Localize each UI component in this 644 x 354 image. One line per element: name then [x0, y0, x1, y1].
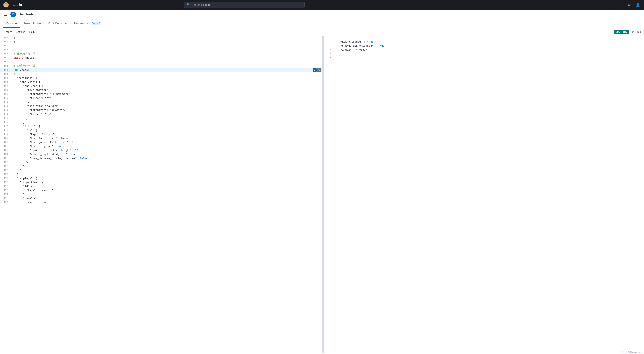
settings-button[interactable]: Settings: [15, 29, 26, 34]
line-gutter[interactable]: ▾: [10, 76, 13, 80]
search-placeholder: Search Elastic: [192, 3, 210, 6]
line-number: 168: [0, 88, 10, 92]
line-gutter: [10, 132, 13, 133]
line-content: "type": "text",: [13, 201, 322, 205]
line-gutter[interactable]: ▾: [10, 180, 13, 184]
editor-line: 188 }: [0, 169, 322, 173]
editor-line: 164▾{: [0, 72, 322, 76]
line-number: 186: [0, 161, 10, 164]
elastic-logo[interactable]: elastic: [3, 2, 22, 8]
line-gutter: [10, 100, 13, 101]
line-gutter[interactable]: ▾: [10, 84, 13, 88]
line-content: {: [13, 72, 322, 76]
response-line: 5}: [324, 52, 644, 56]
line-number: 176: [0, 120, 10, 124]
response-line: 2 "acknowledged" : true,: [324, 40, 644, 44]
line-content: "properties": {: [13, 180, 322, 185]
line-number: 181: [0, 141, 10, 144]
response-line-content: {: [336, 36, 644, 40]
svg-point-4: [6, 3, 8, 6]
line-number: 158: [0, 48, 10, 52]
line-content: PUT /hotel: [13, 68, 312, 72]
line-content: }: [13, 40, 322, 44]
line-number: 193: [0, 189, 10, 192]
editor-line: 166▾ "analysis": {: [0, 80, 322, 84]
nav-icons: ⚙ 👤: [627, 2, 641, 8]
response-line-content: "acknowledged" : true,: [336, 40, 644, 44]
line-gutter: [10, 44, 13, 44]
line-gutter: [10, 145, 13, 145]
line-number: 185: [0, 157, 10, 160]
line-number: 178: [0, 128, 10, 132]
line-gutter: [10, 120, 13, 121]
line-gutter: [10, 56, 13, 56]
line-content: "type": "pinyin",: [13, 132, 322, 136]
wrench-button[interactable]: 🔧: [317, 68, 321, 72]
line-gutter: [10, 92, 13, 93]
response-panel: 1{2 "acknowledged" : true,3 "shards_ackn…: [324, 36, 644, 353]
editor-line: 161: [0, 60, 322, 64]
editor-line: 176 },: [0, 120, 322, 124]
line-content: },: [13, 120, 322, 124]
editor-line: 159# 删除已有索引库: [0, 52, 322, 56]
settings-icon[interactable]: ⚙: [627, 2, 632, 8]
tab-grok-debugger[interactable]: Grok Debugger: [45, 19, 71, 28]
line-number: 159: [0, 52, 10, 56]
response-line-content: "shards_acknowledged" : true,: [336, 44, 644, 48]
line-number: 173: [0, 108, 10, 112]
editor-line: 190▾ "mappings": {: [0, 177, 322, 180]
line-number: 184: [0, 153, 10, 156]
tab-painless-lab[interactable]: Painless Lab BETA: [71, 19, 103, 28]
line-content: "filter": {: [13, 124, 322, 128]
watermark: CSDN @Ding Jianu...: [621, 351, 642, 353]
line-gutter[interactable]: ▾: [10, 88, 13, 92]
help-button[interactable]: Help: [29, 29, 35, 34]
avatar: D: [10, 12, 16, 17]
line-gutter: [10, 165, 13, 165]
line-gutter[interactable]: ▾: [10, 177, 13, 180]
editor-line: 186 }: [0, 161, 322, 165]
editor-line: 169 "tokenizer": "ik_max_word",: [0, 92, 322, 96]
line-number: 189: [0, 173, 10, 176]
status-badge: 200 – OK: [614, 29, 629, 34]
line-number: 177: [0, 124, 10, 128]
line-gutter[interactable]: ▾: [10, 104, 13, 108]
run-button[interactable]: ▶: [312, 68, 316, 72]
line-number: 183: [0, 149, 10, 152]
panel-resizer[interactable]: [322, 36, 324, 353]
response-line-gutter: [333, 36, 336, 36]
editor-line: 192▾ "id":{: [0, 185, 322, 189]
line-content: "id":{: [13, 185, 322, 189]
editor-code-area[interactable]: 155}156▾}157158159# 删除已有索引库160DELETE /ho…: [0, 36, 322, 353]
svg-point-0: [4, 2, 9, 7]
tab-search-profiler[interactable]: Search Profiler: [20, 19, 45, 28]
editor-line: 181 "keep_joined_full_pinyin": true,: [0, 141, 322, 145]
line-content: # 删除已有索引库: [13, 52, 322, 56]
line-gutter[interactable]: ▾: [10, 80, 13, 84]
tab-console[interactable]: Console: [3, 19, 20, 28]
line-number: 161: [0, 60, 10, 64]
editor-line: 182 "keep_original": true,: [0, 145, 322, 149]
line-gutter[interactable]: ▾: [10, 197, 13, 200]
editor-line: 185 "none_chinese_pinyin_tokenize": fals…: [0, 157, 322, 161]
hamburger-menu-button[interactable]: ☰: [3, 11, 8, 17]
line-gutter[interactable]: ▾: [10, 128, 13, 132]
history-button[interactable]: History: [3, 29, 12, 34]
line-gutter: [10, 108, 13, 109]
user-icon[interactable]: 👤: [635, 2, 641, 8]
line-gutter[interactable]: ▾: [10, 72, 13, 76]
editor-line: 163PUT /hotel▶🔧: [0, 68, 322, 72]
line-gutter: [10, 136, 13, 137]
line-gutter[interactable]: ▾: [10, 40, 13, 43]
line-gutter: [10, 112, 13, 113]
global-search-bar[interactable]: 🔍 Search Elastic: [184, 1, 305, 8]
line-gutter[interactable]: ▾: [10, 185, 13, 188]
line-number: 166: [0, 80, 10, 84]
response-line: 6: [324, 56, 644, 60]
line-gutter: [10, 193, 13, 193]
line-gutter[interactable]: ▾: [10, 124, 13, 128]
line-number: 191: [0, 180, 10, 184]
editor-line: 183 "limit_first_letter_length": 16,: [0, 149, 322, 153]
line-content: "mappings": {: [13, 177, 322, 180]
line-content: "analyzer": {: [13, 84, 322, 88]
